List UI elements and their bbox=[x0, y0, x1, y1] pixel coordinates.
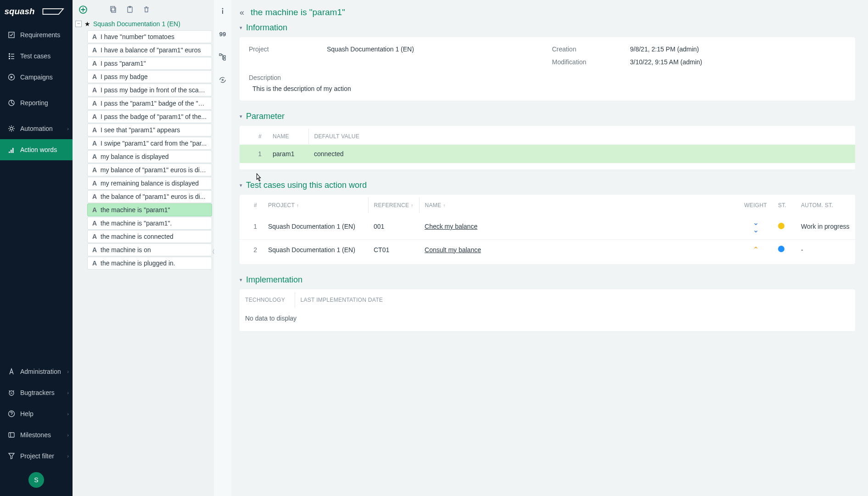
sync-tab-icon[interactable] bbox=[216, 73, 229, 86]
collapse-tree-icon[interactable]: 〈 bbox=[209, 248, 215, 256]
label-modification: Modification bbox=[552, 58, 621, 66]
testcase-link[interactable]: Check my balance bbox=[425, 223, 477, 230]
info-tab-icon[interactable] bbox=[216, 5, 229, 17]
chevron-down-icon: ▾ bbox=[240, 182, 242, 188]
cell-num: 2 bbox=[240, 240, 263, 260]
value-modification: 3/10/22, 9:15 AM (admin) bbox=[630, 58, 846, 66]
tree-item[interactable]: AI have "number" tomatoes bbox=[87, 30, 212, 43]
section-toggle-testcases[interactable]: ▾ Test cases using this action word bbox=[240, 180, 855, 190]
nav-campaigns[interactable]: Campaigns bbox=[0, 67, 73, 88]
tree-item[interactable]: AI pass my badge in front of the scan... bbox=[87, 84, 212, 96]
nav-icon bbox=[7, 73, 16, 81]
label-project: Project bbox=[249, 45, 318, 53]
collapse-icon[interactable]: − bbox=[75, 21, 82, 27]
section-toggle-information[interactable]: ▾ Information bbox=[240, 23, 855, 33]
cell-reference: CT01 bbox=[368, 240, 419, 260]
tree-item[interactable]: AI see that "param1" appears bbox=[87, 124, 212, 136]
tree-item[interactable]: Amy remaining balance is displayed bbox=[87, 177, 212, 190]
action-icon: A bbox=[92, 153, 101, 160]
weight-high-icon: ⌄⌄ bbox=[753, 219, 759, 234]
favorite-icon[interactable]: ★ bbox=[84, 20, 90, 28]
action-icon: A bbox=[92, 140, 101, 147]
svg-rect-13 bbox=[12, 148, 14, 153]
tree-item[interactable]: Athe machine is on bbox=[87, 243, 212, 256]
user-avatar[interactable]: S bbox=[28, 472, 44, 488]
label-description: Description bbox=[249, 74, 846, 81]
nav-project-filter[interactable]: Project filter› bbox=[0, 445, 73, 467]
svg-rect-4 bbox=[9, 56, 10, 57]
col-project[interactable]: PROJECT↑ bbox=[263, 197, 368, 214]
parameter-row[interactable]: 1param1connected bbox=[240, 145, 855, 163]
tree-item[interactable]: Athe machine is "param1". bbox=[87, 217, 212, 230]
nav-action-words[interactable]: Action words bbox=[0, 139, 73, 160]
cell-weight: ⌄⌄ bbox=[739, 214, 773, 240]
tree-item-label: the balance of "param1" euros is di... bbox=[101, 193, 206, 200]
tree-item[interactable]: AI swipe "param1" card from the "par... bbox=[87, 137, 212, 150]
tree-item[interactable]: AI pass the badge of "param1" of the... bbox=[87, 110, 212, 123]
tree-item[interactable]: Athe machine is plugged in. bbox=[87, 257, 212, 270]
tree-item[interactable]: Athe balance of "param1" euros is di... bbox=[87, 190, 212, 203]
col-autom[interactable]: AUTOM. ST. bbox=[795, 197, 855, 214]
col-num[interactable]: # bbox=[240, 129, 267, 145]
col-name[interactable]: NAME bbox=[267, 129, 308, 145]
tree-item[interactable]: Amy balance of "param1" euros is dis... bbox=[87, 163, 212, 176]
copy-icon[interactable] bbox=[108, 5, 118, 15]
action-icon: A bbox=[92, 206, 101, 214]
nav-milestones[interactable]: Milestones› bbox=[0, 424, 73, 445]
nav-automation[interactable]: Automation› bbox=[0, 118, 73, 139]
col-technology[interactable]: TECHNOLOGY bbox=[240, 292, 295, 308]
col-status[interactable]: ST. bbox=[773, 197, 795, 214]
project-row[interactable]: − ★ Squash Documentation 1 (EN) bbox=[74, 18, 212, 29]
back-icon[interactable]: « bbox=[240, 8, 244, 17]
usage-count-tab[interactable]: 99 bbox=[216, 28, 229, 40]
nav-reporting[interactable]: Reporting bbox=[0, 92, 73, 113]
testcase-row[interactable]: 1Squash Documentation 1 (EN)001Check my … bbox=[240, 214, 855, 240]
add-icon[interactable] bbox=[78, 5, 88, 15]
chevron-right-icon: › bbox=[67, 411, 69, 417]
col-num[interactable]: # bbox=[240, 197, 263, 214]
tree-item[interactable]: AI pass my badge bbox=[87, 70, 212, 83]
paste-icon[interactable] bbox=[125, 5, 135, 15]
cell-num: 1 bbox=[240, 214, 263, 240]
tree-item[interactable]: Amy balance is displayed bbox=[87, 150, 212, 163]
testcase-link[interactable]: Consult my balance bbox=[425, 246, 481, 254]
section-parameter: ▾ Parameter # NAME DEFAULT VALUE 1param1… bbox=[240, 112, 855, 169]
no-data-message: No data to display bbox=[240, 308, 855, 325]
tree-item-label: the machine is "param1" bbox=[101, 206, 170, 214]
nav-test-cases[interactable]: Test cases bbox=[0, 45, 73, 67]
chevron-right-icon: › bbox=[67, 390, 69, 395]
value-description: This is the description of my action bbox=[249, 85, 846, 92]
nav-bugtrackers[interactable]: Bugtrackers› bbox=[0, 382, 73, 403]
section-toggle-implementation[interactable]: ▾ Implementation bbox=[240, 275, 855, 285]
col-reference[interactable]: REFERENCE↑ bbox=[368, 197, 419, 214]
tree-item[interactable]: AI pass "param1" bbox=[87, 57, 212, 70]
delete-icon[interactable] bbox=[141, 5, 151, 15]
chevron-right-icon: › bbox=[67, 369, 69, 374]
cell-default: connected bbox=[308, 145, 855, 163]
tree-item-label: I pass the badge of "param1" of the... bbox=[101, 113, 207, 120]
label-creation: Creation bbox=[552, 45, 621, 53]
hierarchy-tab-icon[interactable] bbox=[216, 51, 229, 63]
svg-rect-16 bbox=[9, 433, 14, 437]
status-dot-icon bbox=[778, 223, 784, 229]
nav-requirements[interactable]: Requirements bbox=[0, 24, 73, 45]
nav-help[interactable]: Help› bbox=[0, 403, 73, 424]
tree-item-label: I pass "param1" bbox=[101, 60, 146, 67]
tree-root: − ★ Squash Documentation 1 (EN) AI have … bbox=[73, 18, 214, 496]
svg-rect-2 bbox=[9, 53, 10, 55]
testcase-row[interactable]: 2Squash Documentation 1 (EN)CT01Consult … bbox=[240, 240, 855, 260]
col-default[interactable]: DEFAULT VALUE bbox=[308, 129, 855, 145]
col-name[interactable]: NAME↑ bbox=[419, 197, 739, 214]
action-icon: A bbox=[92, 113, 101, 120]
tree-item[interactable]: AI pass the "param1" badge of the "p... bbox=[87, 97, 212, 110]
section-toggle-parameter[interactable]: ▾ Parameter bbox=[240, 112, 855, 121]
cell-reference: 001 bbox=[368, 214, 419, 240]
tree-item[interactable]: Athe machine is connected bbox=[87, 230, 212, 243]
nav-administration[interactable]: Administration› bbox=[0, 361, 73, 382]
tree-item[interactable]: AI have a balance of "param1" euros bbox=[87, 44, 212, 56]
sort-asc-icon: ↑ bbox=[411, 203, 413, 208]
tree-item[interactable]: Athe machine is "param1" bbox=[87, 203, 212, 216]
col-weight[interactable]: WEIGHT bbox=[739, 197, 773, 214]
chevron-right-icon: › bbox=[67, 453, 69, 459]
col-impl-date[interactable]: LAST IMPLEMENTATION DATE bbox=[295, 292, 855, 308]
